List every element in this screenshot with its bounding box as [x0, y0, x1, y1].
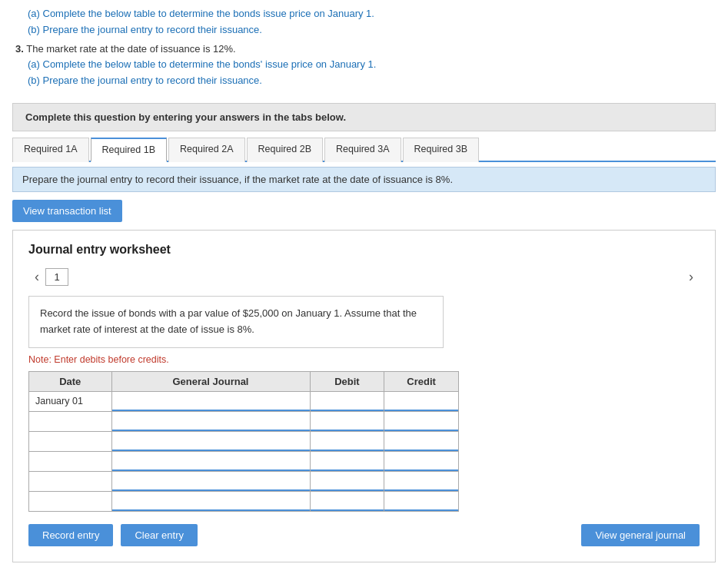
table-row [29, 491, 459, 511]
row1-debit-cell [310, 391, 384, 411]
view-btn-container: View transaction list [12, 200, 716, 222]
complete-banner: Complete this question by entering your … [12, 103, 716, 131]
row5-journal-cell [111, 471, 310, 491]
table-row: January 01 [29, 391, 459, 411]
prev-page-arrow[interactable]: ‹ [28, 267, 45, 287]
row2-debit-input[interactable] [311, 412, 384, 431]
page-number: 1 [45, 268, 68, 286]
table-row [29, 471, 459, 491]
row6-date [29, 491, 112, 511]
row3-date [29, 431, 112, 451]
row4-credit-cell [384, 451, 459, 471]
col-header-date: Date [29, 371, 112, 391]
row6-credit-input[interactable] [384, 492, 458, 511]
row2-debit-cell [310, 411, 384, 431]
view-general-journal-button[interactable]: View general journal [581, 524, 700, 546]
journal-table: Date General Journal Debit Credit Januar… [28, 371, 459, 512]
sub-a: (a) Complete the below table to determin… [15, 57, 713, 73]
row4-debit-cell [310, 451, 384, 471]
row5-date [29, 471, 112, 491]
col-header-debit: Debit [310, 371, 384, 391]
tab-req1b[interactable]: Required 1B [91, 138, 168, 162]
prev-sub-b: (b) Prepare the journal entry to record … [15, 22, 713, 38]
tab-req3a[interactable]: Required 3A [324, 138, 401, 162]
tab-req1a[interactable]: Required 1A [12, 138, 89, 162]
row2-credit-input[interactable] [384, 412, 458, 431]
next-page-arrow[interactable]: › [683, 267, 700, 287]
row4-debit-input[interactable] [311, 452, 384, 471]
row3-journal-input[interactable] [112, 432, 310, 451]
tab-req2b[interactable]: Required 2B [247, 138, 324, 162]
bottom-buttons: Record entry Clear entry View general jo… [28, 524, 700, 546]
row6-debit-input[interactable] [311, 492, 384, 511]
note-text: Note: Enter debits before credits. [28, 354, 700, 365]
row3-journal-cell [111, 431, 310, 451]
row2-date [29, 411, 112, 431]
row4-date [29, 451, 112, 471]
nav-row: ‹ 1 › [28, 267, 700, 287]
row1-date: January 01 [29, 391, 112, 411]
row5-journal-input[interactable] [112, 472, 310, 491]
row3-credit-cell [384, 431, 459, 451]
row5-credit-cell [384, 471, 459, 491]
view-transaction-list-button[interactable]: View transaction list [12, 200, 122, 222]
item-number: 3. [15, 43, 24, 55]
row6-debit-cell [310, 491, 384, 511]
row4-credit-input[interactable] [384, 452, 458, 471]
worksheet-title: Journal entry worksheet [28, 243, 700, 257]
row3-credit-input[interactable] [384, 432, 458, 451]
tab-req3b[interactable]: Required 3B [403, 138, 480, 162]
row1-credit-cell [384, 391, 459, 411]
record-entry-button[interactable]: Record entry [28, 524, 113, 546]
table-row [29, 431, 459, 451]
row5-credit-input[interactable] [384, 472, 458, 491]
tabs-container: Required 1A Required 1B Required 2A Requ… [12, 138, 716, 162]
row3-debit-input[interactable] [311, 432, 384, 451]
description-box: Record the issue of bonds with a par val… [28, 296, 444, 348]
sub-b: (b) Prepare the journal entry to record … [15, 73, 713, 89]
row6-journal-input[interactable] [112, 492, 310, 511]
clear-entry-button[interactable]: Clear entry [121, 524, 198, 546]
row2-credit-cell [384, 411, 459, 431]
row5-debit-cell [310, 471, 384, 491]
row6-journal-cell [111, 491, 310, 511]
top-instructions: (a) Complete the below table to determin… [0, 0, 728, 97]
worksheet-container: Journal entry worksheet ‹ 1 › Record the… [12, 230, 716, 562]
table-row [29, 411, 459, 431]
instruction-bar: Prepare the journal entry to record thei… [12, 167, 716, 192]
col-header-credit: Credit [384, 371, 459, 391]
row4-journal-input[interactable] [112, 452, 310, 471]
row5-debit-input[interactable] [311, 472, 384, 491]
table-row [29, 451, 459, 471]
col-header-journal: General Journal [111, 371, 310, 391]
row1-debit-input[interactable] [311, 392, 384, 411]
tab-req2a[interactable]: Required 2A [168, 138, 245, 162]
row6-credit-cell [384, 491, 459, 511]
row2-journal-cell [111, 411, 310, 431]
row2-journal-input[interactable] [112, 412, 310, 431]
row1-journal-cell [111, 391, 310, 411]
row1-credit-input[interactable] [384, 392, 458, 411]
row4-journal-cell [111, 451, 310, 471]
row1-journal-input[interactable] [112, 392, 310, 411]
item-text: The market rate at the date of issuance … [26, 43, 235, 55]
prev-sub-a: (a) Complete the below table to determin… [15, 6, 713, 22]
row3-debit-cell [310, 431, 384, 451]
